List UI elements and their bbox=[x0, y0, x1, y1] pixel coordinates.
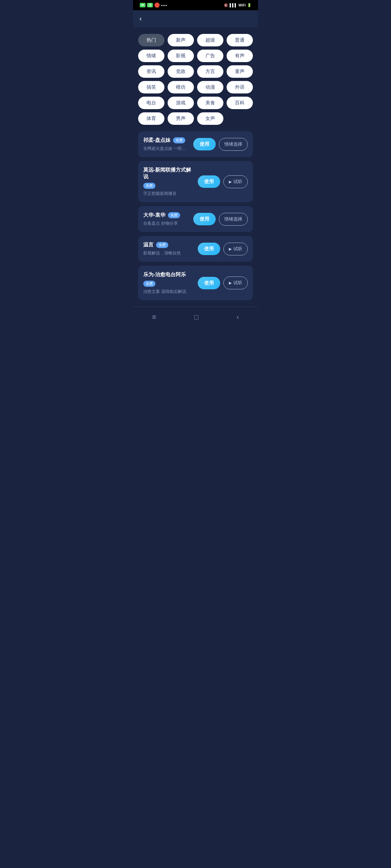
free-badge-0: 免费 bbox=[173, 137, 185, 144]
status-right: 🔇 ▌▌▌ WiFi 🔋 bbox=[222, 3, 253, 7]
secondary-button-4[interactable]: ▶试听 bbox=[223, 277, 248, 289]
card-actions-2: 使用情绪选择 bbox=[193, 213, 248, 226]
mute-icon: 🔇 bbox=[224, 3, 228, 7]
filter-tags-grid: 热门新声超级普通情绪影视广告有声资讯党政方言童声搞笑模仿动漫外语电台游戏美食百科… bbox=[138, 34, 253, 125]
filter-tag-12[interactable]: 搞笑 bbox=[138, 81, 164, 93]
voice-card-1: 莫远-新闻联播方式解说免费字正腔圆新闻播音使用▶试听 bbox=[138, 161, 253, 202]
battery-icon: 🔋 bbox=[247, 3, 252, 7]
card-title-2: 大华-袁华免费 bbox=[143, 212, 189, 219]
filter-tag-0[interactable]: 热门 bbox=[138, 34, 164, 46]
status-bar: ✉ 元 ••• 🔇 ▌▌▌ WiFi 🔋 bbox=[133, 0, 258, 10]
status-left: ✉ 元 ••• bbox=[138, 3, 168, 8]
card-actions-3: 使用▶试听 bbox=[198, 243, 248, 255]
free-badge-1: 免费 bbox=[143, 183, 156, 189]
signal-icon: ▌▌▌ bbox=[229, 3, 237, 7]
free-badge-2: 免费 bbox=[168, 212, 180, 218]
use-button-1[interactable]: 使用 bbox=[198, 176, 220, 188]
secondary-btn-label-0: 情绪选择 bbox=[224, 142, 242, 147]
filter-tag-15[interactable]: 外语 bbox=[227, 81, 253, 93]
card-info-4: 乐为-治愈电台阿乐免费治愈文案 温情励志解说 bbox=[143, 271, 194, 294]
more-dots: ••• bbox=[161, 3, 168, 8]
header: ‹ bbox=[133, 10, 258, 28]
main-content: 热门新声超级普通情绪影视广告有声资讯党政方言童声搞笑模仿动漫外语电台游戏美食百科… bbox=[133, 28, 258, 307]
filter-tag-8[interactable]: 资讯 bbox=[138, 65, 164, 78]
secondary-btn-label-1: 试听 bbox=[233, 179, 242, 185]
filter-tag-7[interactable]: 有声 bbox=[227, 50, 253, 62]
filter-tag-3[interactable]: 普通 bbox=[227, 34, 253, 46]
notification-badge bbox=[155, 3, 160, 8]
card-title-text-4: 乐为-治愈电台阿乐 bbox=[143, 271, 186, 278]
use-button-4[interactable]: 使用 bbox=[198, 277, 220, 289]
card-actions-4: 使用▶试听 bbox=[198, 277, 248, 289]
card-title-1: 莫远-新闻联播方式解说免费 bbox=[143, 167, 194, 189]
filter-tag-10[interactable]: 方言 bbox=[197, 65, 223, 78]
bottom-nav: ≡ □ ‹ bbox=[133, 307, 258, 328]
voice-card-3: 温言免费影视解说，清晰自然使用▶试听 bbox=[138, 236, 253, 262]
filter-tag-4[interactable]: 情绪 bbox=[138, 50, 164, 62]
card-desc-2: 合集盘点 好物分享 bbox=[143, 220, 189, 226]
card-title-text-2: 大华-袁华 bbox=[143, 212, 165, 219]
secondary-btn-label-4: 试听 bbox=[233, 280, 242, 286]
filter-tag-2[interactable]: 超级 bbox=[197, 34, 223, 46]
nav-home-icon[interactable]: □ bbox=[188, 311, 205, 323]
card-info-1: 莫远-新闻联播方式解说免费字正腔圆新闻播音 bbox=[143, 167, 194, 196]
filter-tag-21[interactable]: 男声 bbox=[168, 112, 194, 125]
filter-tag-18[interactable]: 美食 bbox=[197, 97, 223, 109]
secondary-button-3[interactable]: ▶试听 bbox=[223, 243, 248, 255]
voice-cards-list: 祁柔-盘点妹免费全网超火盘点妹 一听...使用情绪选择莫远-新闻联播方式解说免费… bbox=[138, 131, 253, 307]
filter-tag-11[interactable]: 童声 bbox=[227, 65, 253, 78]
secondary-button-2[interactable]: 情绪选择 bbox=[219, 213, 248, 226]
card-desc-3: 影视解说，清晰自然 bbox=[143, 250, 194, 256]
play-icon-3: ▶ bbox=[229, 247, 232, 251]
card-title-0: 祁柔-盘点妹免费 bbox=[143, 137, 189, 144]
card-title-text-0: 祁柔-盘点妹 bbox=[143, 137, 170, 144]
secondary-btn-label-2: 情绪选择 bbox=[224, 216, 242, 222]
use-button-2[interactable]: 使用 bbox=[193, 213, 216, 225]
app-icon-green: 元 bbox=[147, 3, 153, 7]
card-actions-1: 使用▶试听 bbox=[198, 176, 248, 188]
message-icon: ✉ bbox=[140, 3, 145, 7]
filter-tag-14[interactable]: 动漫 bbox=[197, 81, 223, 93]
filter-tag-16[interactable]: 电台 bbox=[138, 97, 164, 109]
filter-tag-19[interactable]: 百科 bbox=[227, 97, 253, 109]
card-desc-1: 字正腔圆新闻播音 bbox=[143, 191, 194, 196]
secondary-btn-label-3: 试听 bbox=[233, 246, 242, 252]
card-title-3: 温言免费 bbox=[143, 242, 194, 248]
filter-tag-13[interactable]: 模仿 bbox=[168, 81, 194, 93]
free-badge-4: 免费 bbox=[143, 281, 156, 287]
card-actions-0: 使用情绪选择 bbox=[193, 138, 248, 151]
filter-tag-22[interactable]: 女声 bbox=[197, 112, 223, 125]
back-button[interactable]: ‹ bbox=[139, 15, 142, 23]
secondary-button-0[interactable]: 情绪选择 bbox=[219, 138, 248, 151]
use-button-3[interactable]: 使用 bbox=[198, 243, 220, 255]
card-info-2: 大华-袁华免费合集盘点 好物分享 bbox=[143, 212, 189, 226]
card-desc-4: 治愈文案 温情励志解说 bbox=[143, 289, 194, 294]
filter-tag-9[interactable]: 党政 bbox=[168, 65, 194, 78]
voice-card-2: 大华-袁华免费合集盘点 好物分享使用情绪选择 bbox=[138, 206, 253, 232]
secondary-button-1[interactable]: ▶试听 bbox=[223, 176, 248, 188]
card-desc-0: 全网超火盘点妹 一听... bbox=[143, 146, 189, 151]
nav-menu-icon[interactable]: ≡ bbox=[145, 311, 163, 323]
filter-tag-17[interactable]: 游戏 bbox=[168, 97, 194, 109]
card-title-text-3: 温言 bbox=[143, 242, 153, 248]
use-button-0[interactable]: 使用 bbox=[193, 138, 216, 150]
filter-tag-1[interactable]: 新声 bbox=[168, 34, 194, 46]
card-title-text-1: 莫远-新闻联播方式解说 bbox=[143, 167, 194, 180]
filter-tag-5[interactable]: 影视 bbox=[168, 50, 194, 62]
play-icon-1: ▶ bbox=[229, 180, 232, 184]
free-badge-3: 免费 bbox=[156, 242, 168, 248]
voice-card-4: 乐为-治愈电台阿乐免费治愈文案 温情励志解说使用▶试听 bbox=[138, 266, 253, 300]
wifi-icon: WiFi bbox=[239, 3, 246, 7]
card-title-4: 乐为-治愈电台阿乐免费 bbox=[143, 271, 194, 287]
filter-tag-6[interactable]: 广告 bbox=[197, 50, 223, 62]
card-info-0: 祁柔-盘点妹免费全网超火盘点妹 一听... bbox=[143, 137, 189, 151]
card-info-3: 温言免费影视解说，清晰自然 bbox=[143, 242, 194, 256]
voice-card-0: 祁柔-盘点妹免费全网超火盘点妹 一听...使用情绪选择 bbox=[138, 131, 253, 157]
filter-tag-20[interactable]: 体育 bbox=[138, 112, 164, 125]
play-icon-4: ▶ bbox=[229, 281, 232, 285]
nav-back-icon[interactable]: ‹ bbox=[230, 311, 245, 323]
